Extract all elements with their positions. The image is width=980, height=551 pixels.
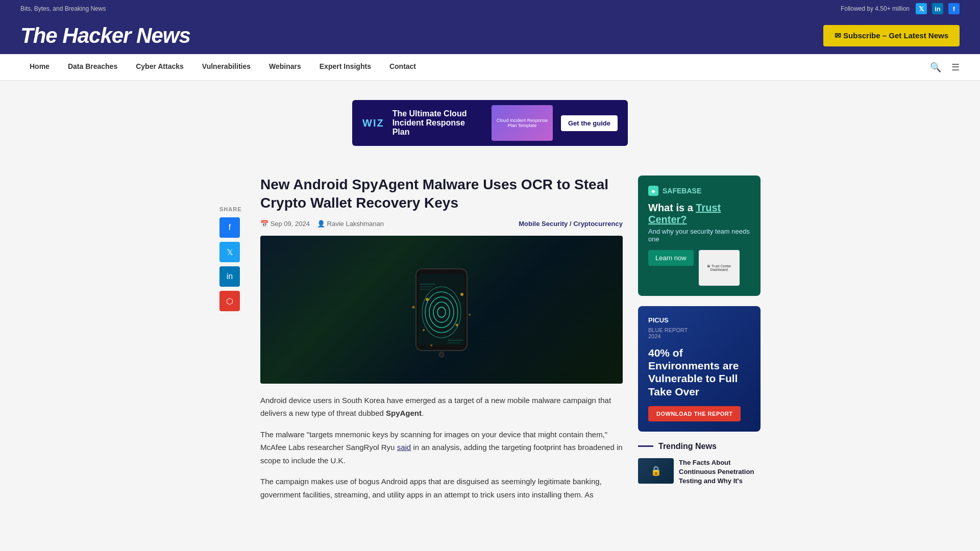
tagline: Bits, Bytes, and Breaking News: [20, 5, 106, 12]
trending-item[interactable]: 🔒 The Facts About Continuous Penetration…: [638, 458, 761, 486]
article-paragraph-1: Android device users in South Korea have…: [260, 394, 623, 420]
share-sidebar: SHARE f 𝕏 in ⬡: [219, 176, 245, 509]
article-paragraph-2: The malware "targets mnemonic keys by sc…: [260, 428, 623, 467]
picus-brand: PICUS: [648, 316, 669, 324]
nav-data-breaches[interactable]: Data Breaches: [59, 54, 127, 80]
nav-icons: 🔍 ☰: [930, 62, 960, 73]
article-title: New Android SpyAgent Malware Uses OCR to…: [260, 176, 623, 213]
svg-point-17: [412, 306, 415, 308]
search-icon[interactable]: 🔍: [930, 62, 941, 73]
safebase-logo-icon: ◆: [648, 186, 658, 196]
twitter-icon[interactable]: 𝕏: [916, 3, 927, 14]
nav-expert-insights[interactable]: Expert Insights: [310, 54, 380, 80]
article-author: Ravie Lakshmanan: [317, 220, 384, 228]
safebase-preview-image: 🖥 Trust CenterDashboard: [699, 250, 740, 286]
trending-item-title: The Facts About Continuous Penetration T…: [679, 458, 761, 486]
right-sidebar: ◆ SAFEBASE What is a Trust Center? And w…: [638, 176, 761, 509]
nav-home[interactable]: Home: [20, 54, 59, 80]
safebase-subtext: And why your security team needs one: [648, 228, 750, 243]
menu-icon[interactable]: ☰: [951, 62, 960, 73]
nav-webinars[interactable]: Webinars: [260, 54, 310, 80]
nav-links: Home Data Breaches Cyber Attacks Vulnera…: [20, 54, 425, 80]
banner-headline: The Ultimate Cloud Incident Response Pla…: [393, 109, 483, 137]
svg-point-13: [456, 323, 458, 326]
safebase-ad[interactable]: ◆ SAFEBASE What is a Trust Center? And w…: [638, 176, 761, 296]
nav-contact[interactable]: Contact: [380, 54, 425, 80]
fingerprint-svg: [390, 259, 493, 361]
trending-header: Trending News: [638, 442, 761, 451]
trending-section: Trending News 🔒 The Facts About Continuo…: [638, 442, 761, 486]
svg-point-16: [469, 314, 471, 316]
share-facebook-button[interactable]: f: [219, 217, 240, 238]
said-link[interactable]: said: [397, 443, 411, 452]
svg-point-19: [439, 352, 444, 357]
trending-title: Trending News: [658, 442, 717, 451]
trending-bar-decoration: [638, 445, 653, 447]
article-content: New Android SpyAgent Malware Uses OCR to…: [260, 176, 623, 509]
banner-ad[interactable]: WIZ The Ultimate Cloud Incident Response…: [352, 100, 628, 146]
safebase-brand: SAFEBASE: [663, 187, 701, 195]
site-title[interactable]: The Hacker News: [20, 23, 190, 48]
article-categories[interactable]: Mobile Security / Cryptocurrency: [519, 220, 623, 228]
banner-visual: Cloud Incident Response Plan Template: [492, 105, 553, 141]
safebase-trust-center: Trust Center?: [648, 202, 721, 225]
social-icons: 𝕏 in f: [916, 3, 960, 14]
picus-headline: 40% of Environments are Vulnerable to Fu…: [648, 346, 750, 398]
safebase-header: ◆ SAFEBASE: [648, 186, 750, 196]
picus-report-label: BLUE REPORT2024: [648, 327, 750, 339]
followers-text: Followed by 4.50+ million: [841, 5, 910, 12]
nav-vulnerabilities[interactable]: Vulnerabilities: [193, 54, 260, 80]
spyagent-bold: SpyAgent: [386, 409, 422, 417]
main-container: SHARE f 𝕏 in ⬡ New Android SpyAgent Malw…: [199, 165, 781, 519]
subscribe-button[interactable]: ✉ Subscribe – Get Latest News: [823, 25, 960, 46]
article-paragraph-3: The campaign makes use of bogus Android …: [260, 475, 623, 501]
share-label: SHARE: [219, 206, 245, 212]
safebase-headline: What is a Trust Center?: [648, 202, 750, 226]
article-date: Sep 09, 2024: [260, 220, 310, 228]
main-nav: Home Data Breaches Cyber Attacks Vulnera…: [0, 54, 980, 81]
banner-brand: WIZ: [362, 117, 384, 129]
svg-point-18: [430, 344, 432, 346]
safebase-learn-button[interactable]: Learn now: [648, 250, 694, 266]
banner-ad-wrapper: WIZ The Ultimate Cloud Incident Response…: [0, 90, 980, 156]
picus-header: PICUS: [648, 316, 750, 324]
facebook-icon[interactable]: f: [948, 3, 960, 14]
picus-ad[interactable]: PICUS BLUE REPORT2024 40% of Environment…: [638, 306, 761, 432]
trending-thumb-image: 🔒: [638, 458, 674, 484]
article-body: Android device users in South Korea have…: [260, 394, 623, 502]
picus-download-button[interactable]: DOWNLOAD THE REPORT: [648, 406, 741, 421]
article-meta-left: Sep 09, 2024 Ravie Lakshmanan: [260, 220, 384, 228]
article-meta: Sep 09, 2024 Ravie Lakshmanan Mobile Sec…: [260, 220, 623, 228]
site-header: The Hacker News ✉ Subscribe – Get Latest…: [0, 17, 980, 54]
top-bar: Bits, Bytes, and Breaking News Followed …: [0, 0, 980, 17]
share-twitter-button[interactable]: 𝕏: [219, 242, 240, 262]
top-bar-right: Followed by 4.50+ million 𝕏 in f: [841, 3, 960, 14]
svg-point-14: [423, 329, 425, 331]
share-other-button[interactable]: ⬡: [219, 291, 240, 311]
svg-point-12: [426, 298, 429, 301]
nav-cyber-attacks[interactable]: Cyber Attacks: [127, 54, 193, 80]
safebase-content: Learn now 🖥 Trust CenterDashboard: [648, 250, 750, 286]
banner-cta[interactable]: Get the guide: [561, 115, 618, 131]
svg-point-15: [460, 293, 463, 296]
share-linkedin-button[interactable]: in: [219, 266, 240, 287]
linkedin-icon[interactable]: in: [932, 3, 943, 14]
article-hero-image: [260, 236, 623, 384]
